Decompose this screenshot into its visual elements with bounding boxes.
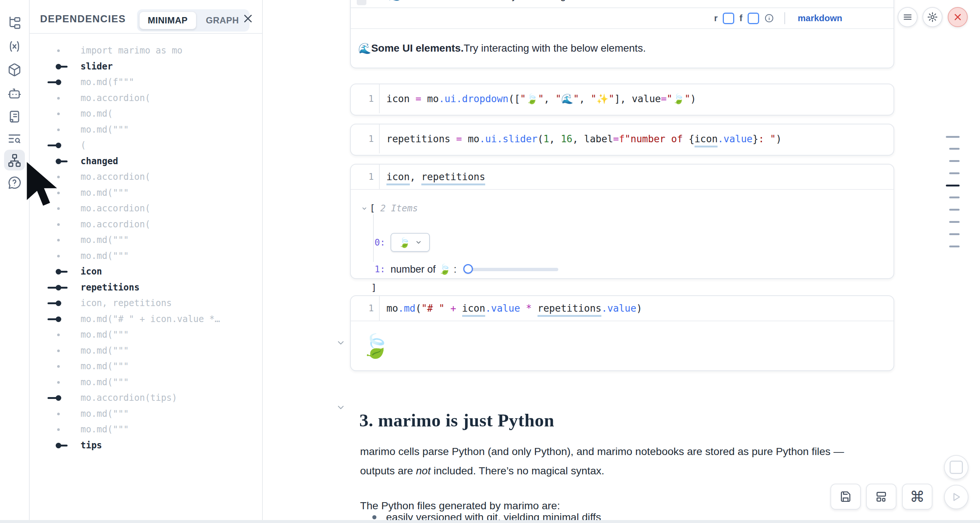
layout-button[interactable]: [866, 484, 896, 510]
code-token: icon: [387, 93, 410, 104]
minimap-item[interactable]: icon, repetitions: [29, 295, 262, 311]
shortcuts-button[interactable]: ⌘: [902, 484, 932, 510]
minimap-item[interactable]: import marimo as mo: [29, 43, 262, 59]
cell-edge-icon: [48, 300, 68, 306]
code-token: ): [776, 133, 782, 145]
language-button[interactable]: markdown: [795, 13, 845, 24]
code-editor[interactable]: icon, repetitions: [380, 171, 485, 182]
minimap-item[interactable]: mo.accordion(: [29, 90, 262, 106]
minimap-item[interactable]: icon: [29, 264, 262, 280]
code-token: ,: [573, 133, 584, 145]
scroll-dash[interactable]: [949, 233, 959, 235]
shutdown-button[interactable]: [948, 7, 968, 27]
code-editor[interactable]: icon = mo.ui.dropdown(["🍃", "🌊", "✨"], v…: [380, 93, 696, 104]
minimap-item[interactable]: mo.md(""": [29, 422, 262, 438]
variables-icon[interactable]: [8, 39, 22, 54]
dropdown-widget[interactable]: 🍃: [390, 233, 430, 252]
package-icon[interactable]: [8, 63, 22, 77]
line-number: 1: [351, 124, 380, 153]
minimap-item[interactable]: slider: [29, 59, 262, 75]
close-panel-button[interactable]: [240, 10, 256, 27]
scroll-dash[interactable]: [949, 160, 959, 162]
minimap-item[interactable]: mo.md(""": [29, 122, 262, 138]
scroll-dash[interactable]: [949, 221, 959, 223]
dependency-graph-icon[interactable]: [8, 153, 22, 167]
minimap-item[interactable]: mo.md(: [29, 106, 262, 122]
slider-track[interactable]: [468, 268, 558, 271]
minimap-item[interactable]: mo.accordion(: [29, 169, 262, 185]
code-token: ,: [549, 133, 560, 145]
items-count: 2 Items: [380, 203, 418, 214]
minimap-item[interactable]: mo.md(""": [29, 406, 262, 422]
snippets-search-icon[interactable]: [8, 131, 22, 146]
scroll-dash[interactable]: [946, 136, 959, 138]
code-editor[interactable]: mo.md("# " + icon.value * repetitions.va…: [380, 303, 642, 314]
code-token: icon: [462, 303, 485, 317]
command-icon: ⌘: [910, 489, 925, 504]
stop-button[interactable]: [944, 455, 969, 480]
fstring-checkbox[interactable]: [748, 13, 759, 24]
code-token: f: [619, 133, 625, 145]
code-token: ): [636, 303, 642, 314]
markdown-editor-clipped[interactable]: 🌊 Some UI elements.** Try interacting wi…: [351, 0, 894, 8]
code-token: icon: [695, 133, 718, 147]
code-cell-dropdown: 1 icon = mo.ui.dropdown(["🍃", "🌊", "✨"],…: [350, 84, 894, 115]
code-token: +: [445, 303, 462, 314]
minimap-item-label: mo.md(""": [81, 377, 129, 387]
menu-button[interactable]: [897, 7, 918, 27]
file-tree-icon[interactable]: [8, 16, 22, 30]
code-token: "number of: [625, 133, 689, 145]
cell-collapse-chevron[interactable]: [336, 338, 345, 348]
minimap-item[interactable]: mo.md(""": [29, 327, 262, 343]
help-icon[interactable]: [8, 175, 22, 190]
tab-minimap[interactable]: MINIMAP: [139, 11, 196, 29]
cell-dot-icon: [48, 347, 68, 354]
scroll-dash[interactable]: [949, 209, 959, 210]
run-button[interactable]: [944, 485, 969, 509]
scratchpad-icon[interactable]: [8, 110, 22, 124]
cell-dot-icon: [48, 110, 68, 117]
raw-checkbox[interactable]: [723, 13, 734, 24]
minimap-item[interactable]: mo.md(""": [29, 359, 262, 375]
save-button[interactable]: [830, 484, 861, 510]
minimap-item[interactable]: mo.accordion(: [29, 201, 262, 217]
cell-toolbar: r f markdown: [351, 8, 894, 29]
minimap-item[interactable]: mo.md("# " + icon.value *…: [29, 311, 262, 327]
minimap-item-label: repetitions: [81, 282, 140, 293]
markdown-cell: 🌊 Some UI elements.** Try interacting wi…: [350, 0, 894, 69]
minimap-item[interactable]: mo.md(""": [29, 232, 262, 248]
minimap-item[interactable]: mo.md(""": [29, 185, 262, 201]
code-cell-md-output: 1 mo.md("# " + icon.value * repetitions.…: [350, 295, 894, 371]
minimap-item[interactable]: mo.md(""": [29, 375, 262, 391]
section-collapse-chevron[interactable]: [336, 403, 345, 412]
code-token: "🍃": [520, 93, 544, 104]
minimap-item[interactable]: mo.md(""": [29, 248, 262, 264]
minimap-item[interactable]: repetitions: [29, 280, 262, 296]
minimap-item[interactable]: mo.accordion(tips): [29, 390, 262, 406]
scroll-dash[interactable]: [949, 196, 959, 198]
code-token: ,: [544, 93, 555, 104]
settings-button[interactable]: [923, 7, 942, 27]
tree-collapse-icon[interactable]: [361, 206, 368, 212]
scroll-dash[interactable]: [949, 172, 959, 174]
slider-widget[interactable]: [463, 264, 560, 274]
hamburger-icon: [902, 12, 913, 22]
code-token: .slider: [497, 133, 538, 145]
minimap-item-label: mo.md("# " + icon.value *…: [81, 314, 220, 324]
code-token: mo: [468, 133, 479, 145]
minimap-item[interactable]: tips: [29, 438, 262, 454]
scroll-dash[interactable]: [946, 185, 959, 187]
scroll-dash[interactable]: [949, 246, 959, 247]
code-editor[interactable]: repetitions = mo.ui.slider(1, 16, label=…: [380, 133, 782, 145]
minimap-item[interactable]: mo.md(""": [29, 343, 262, 359]
scroll-dash[interactable]: [949, 148, 959, 150]
info-icon[interactable]: [764, 13, 774, 23]
minimap-item[interactable]: changed: [29, 153, 262, 169]
slider-knob[interactable]: [463, 264, 473, 274]
ai-assistant-icon[interactable]: [8, 86, 22, 100]
cell-dot-icon: [48, 205, 68, 212]
minimap-item[interactable]: mo.accordion(: [29, 217, 262, 233]
minimap-item[interactable]: mo.md(f""": [29, 74, 262, 90]
tree-guide-line: [373, 214, 374, 262]
minimap-item[interactable]: (: [29, 137, 262, 153]
